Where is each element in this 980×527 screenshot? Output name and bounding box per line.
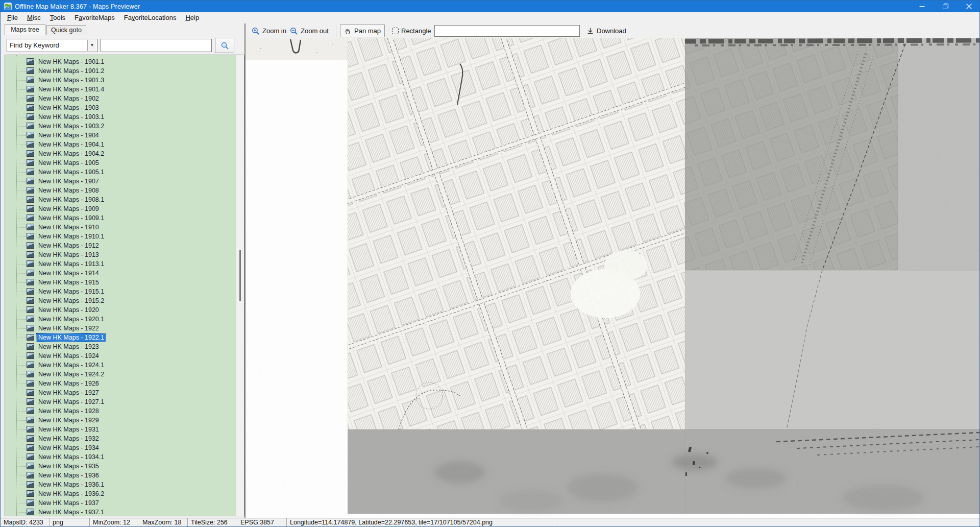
minimize-button[interactable] xyxy=(910,1,934,12)
tree-item[interactable]: New HK Maps - 1910 xyxy=(5,223,236,232)
tree-scrollbar-thumb[interactable] xyxy=(239,250,241,301)
tree-item[interactable]: New HK Maps - 1936.2 xyxy=(5,489,236,498)
map-thumbnail-icon xyxy=(27,104,34,111)
chevron-down-icon[interactable]: ▼ xyxy=(87,40,96,51)
map-thumbnail-icon xyxy=(27,113,34,120)
tree-item[interactable]: New HK Maps - 1908 xyxy=(5,186,236,195)
menu-item-misc[interactable]: Misc xyxy=(22,12,45,23)
tree-item-label: New HK Maps - 1934 xyxy=(37,444,101,452)
tree-item[interactable]: New HK Maps - 1924 xyxy=(5,351,236,361)
tree-item[interactable]: New HK Maps - 1928 xyxy=(5,406,236,416)
tree-item[interactable]: New HK Maps - 1905 xyxy=(5,158,236,167)
map-thumbnail-icon xyxy=(27,242,34,249)
tree-item[interactable]: New HK Maps - 1936.1 xyxy=(5,480,236,489)
zoom-in-button[interactable]: Zoom in xyxy=(249,25,289,37)
tree-item[interactable]: New HK Maps - 1914 xyxy=(5,269,236,278)
tree-item[interactable]: New HK Maps - 1903 xyxy=(5,103,236,112)
tree-item[interactable]: New HK Maps - 1903.2 xyxy=(5,122,236,131)
search-button[interactable] xyxy=(215,38,234,53)
map-thumbnail-icon xyxy=(27,490,34,497)
tree-item[interactable]: New HK Maps - 1936 xyxy=(5,471,236,480)
pan-map-button[interactable]: Pan map xyxy=(340,25,385,37)
tree-item-label: New HK Maps - 1915.2 xyxy=(37,297,106,305)
tree-item[interactable]: New HK Maps - 1934.1 xyxy=(5,452,236,462)
map-thumbnail-icon xyxy=(27,196,34,203)
tree-item[interactable]: New HK Maps - 1932 xyxy=(5,434,236,443)
tree-item[interactable]: New HK Maps - 1935 xyxy=(5,462,236,471)
map-thumbnail-icon xyxy=(27,270,34,276)
tree-item[interactable]: New HK Maps - 1901.4 xyxy=(5,85,236,94)
tree-item[interactable]: New HK Maps - 1915.2 xyxy=(5,296,236,305)
tree-item-label: New HK Maps - 1927.1 xyxy=(37,398,106,406)
tree-item[interactable]: New HK Maps - 1920.1 xyxy=(5,315,236,324)
tree-item[interactable]: New HK Maps - 1913 xyxy=(5,250,236,259)
map-thumbnail-icon xyxy=(27,352,34,359)
tree-item[interactable]: New HK Maps - 1937.1 xyxy=(5,508,236,516)
tree-item[interactable]: New HK Maps - 1909.1 xyxy=(5,213,236,223)
tree-item[interactable]: New HK Maps - 1904 xyxy=(5,131,236,140)
status-section: MinZoom: 12 xyxy=(90,518,139,527)
tree-item[interactable]: New HK Maps - 1923 xyxy=(5,342,236,351)
map-thumbnail-icon xyxy=(27,408,34,414)
tree-item-label: New HK Maps - 1924.1 xyxy=(37,361,106,369)
tree-scrollbar[interactable] xyxy=(236,55,244,516)
tree-item[interactable]: New HK Maps - 1903.1 xyxy=(5,112,236,122)
tree-item[interactable]: New HK Maps - 1920 xyxy=(5,305,236,315)
tree-item[interactable]: New HK Maps - 1927 xyxy=(5,388,236,397)
tree-item-label: New HK Maps - 1935 xyxy=(37,462,101,470)
menu-item-help[interactable]: Help xyxy=(181,12,204,23)
tree-item[interactable]: New HK Maps - 1922 xyxy=(5,324,236,333)
tree-item[interactable]: New HK Maps - 1913.1 xyxy=(5,259,236,269)
tree-item[interactable]: New HK Maps - 1929 xyxy=(5,416,236,425)
download-button[interactable]: Download xyxy=(583,25,629,37)
tree-item[interactable]: New HK Maps - 1901.3 xyxy=(5,76,236,85)
tree-item[interactable]: New HK Maps - 1904.2 xyxy=(5,149,236,158)
tree-item-label: New HK Maps - 1909 xyxy=(37,205,101,213)
tree-item-label: New HK Maps - 1934.1 xyxy=(37,453,106,461)
tree-branch-line xyxy=(16,255,26,255)
map-viewport[interactable] xyxy=(246,38,980,518)
search-mode-dropdown[interactable]: Find by Keyword ▼ xyxy=(7,39,97,52)
menu-item-file[interactable]: File xyxy=(3,12,22,23)
tree-item[interactable]: New HK Maps - 1924.2 xyxy=(5,370,236,379)
rectangle-button[interactable]: Rectangle xyxy=(389,25,434,37)
tree-item[interactable]: New HK Maps - 1926 xyxy=(5,379,236,388)
menu-item-favoritelocations[interactable]: FavoriteLocations xyxy=(119,12,181,23)
restore-button[interactable] xyxy=(934,1,957,12)
tree-item[interactable]: New HK Maps - 1927.1 xyxy=(5,397,236,406)
tab-quick-goto[interactable]: Quick goto xyxy=(46,25,86,35)
map-thumbnail-icon xyxy=(27,95,34,102)
tree-item[interactable]: New HK Maps - 1901.1 xyxy=(5,57,236,66)
tree-item[interactable]: New HK Maps - 1909 xyxy=(5,204,236,213)
tree-item[interactable]: New HK Maps - 1931 xyxy=(5,425,236,434)
tree-item[interactable]: New HK Maps - 1904.1 xyxy=(5,140,236,149)
close-button[interactable] xyxy=(957,1,980,12)
tab-maps-tree[interactable]: Maps tree xyxy=(5,24,45,35)
tree-item[interactable]: New HK Maps - 1915 xyxy=(5,278,236,287)
tree-branch-line xyxy=(16,347,26,347)
menu-item-tools[interactable]: Tools xyxy=(45,12,70,23)
tree-item[interactable]: New HK Maps - 1907 xyxy=(5,177,236,186)
toolbar-input[interactable] xyxy=(434,25,580,37)
tree-item[interactable]: New HK Maps - 1902 xyxy=(5,94,236,103)
tree-item-label: New HK Maps - 1932 xyxy=(37,435,101,443)
tree-item[interactable]: New HK Maps - 1937 xyxy=(5,498,236,508)
tree-item[interactable]: New HK Maps - 1922.1 xyxy=(5,333,236,342)
tree-item[interactable]: New HK Maps - 1908.1 xyxy=(5,195,236,204)
tree-item[interactable]: New HK Maps - 1905.1 xyxy=(5,167,236,177)
map-toolbar: Zoom in Zoom out Pan map Rectangle Downl… xyxy=(246,23,980,38)
tree-item-label: New HK Maps - 1920 xyxy=(37,306,101,314)
tree-item[interactable]: New HK Maps - 1924.1 xyxy=(5,361,236,370)
tree-item[interactable]: New HK Maps - 1934 xyxy=(5,443,236,452)
tree-item[interactable]: New HK Maps - 1910.1 xyxy=(5,232,236,241)
tree-item[interactable]: New HK Maps - 1915.1 xyxy=(5,287,236,296)
tree-item-label: New HK Maps - 1909.1 xyxy=(37,214,106,222)
menu-item-favoritemaps[interactable]: FavoriteMaps xyxy=(70,12,119,23)
menu-bar: FileMiscToolsFavoriteMapsFavoriteLocatio… xyxy=(1,12,980,23)
tree-branch-line xyxy=(16,80,26,81)
map-thumbnail-icon xyxy=(27,123,34,129)
zoom-out-button[interactable]: Zoom out xyxy=(287,25,332,37)
tree-item[interactable]: New HK Maps - 1901.2 xyxy=(5,66,236,76)
tree-item[interactable]: New HK Maps - 1912 xyxy=(5,241,236,250)
search-input[interactable] xyxy=(101,39,212,52)
